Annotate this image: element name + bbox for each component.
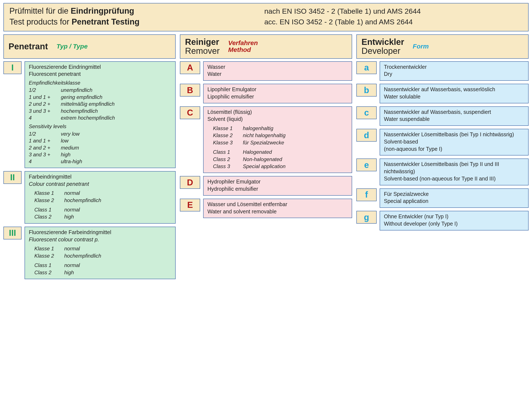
dev-e-content: Nassentwickler Lösemittelbasis (bei Typ … [380, 158, 529, 185]
rem-E-content: Wasser und Lösemittel entfernbar Water a… [203, 199, 352, 218]
remover-item-A: A Wasser Water [180, 61, 352, 81]
body-columns: I Fluoreszierende Eindringmittel Fluores… [3, 61, 529, 279]
penetrant-item-III: III Fluoreszierende Farbeindringmittel F… [3, 227, 176, 279]
sens-head-de: Empfindlichkeitsklasse [29, 79, 171, 86]
rem-A-content: Wasser Water [203, 61, 352, 81]
penetrant-item-I: I Fluoreszierende Eindringmittel Fluores… [3, 61, 176, 168]
code-g: g [356, 211, 377, 224]
developer-sub: Form [413, 43, 429, 50]
pen-II-en: Colour contrast penetrant [29, 181, 171, 188]
title-de-bold: Eindringprüfung [71, 7, 134, 15]
dev-a-content: Trockenentwickler Dry [380, 61, 529, 81]
title-banner: Prüfmittel für die Eindringprüfung Test … [3, 3, 529, 31]
code-B: B [180, 84, 200, 97]
dev-g-content: Ohne Entwickler (nur Typ I) Without deve… [380, 211, 529, 230]
rem-D-content: Hydrophiler Emulgator Hydrophilic emulsi… [203, 176, 352, 196]
code-III: III [3, 227, 22, 239]
remover-title-de: Reiniger [185, 37, 219, 46]
section-head-penetrant: Penetrant Typ / Type [3, 34, 176, 59]
code-C: C [180, 106, 200, 119]
title-de: Prüfmittel für die Eindringprüfung [9, 6, 256, 16]
penetrant-III-content: Fluoreszierende Farbeindringmittel Fluor… [25, 227, 176, 279]
code-A: A [180, 61, 200, 74]
title-en: Test products for Penetrant Testing [9, 16, 256, 27]
pen-I-de: Fluoreszierende Eindringmittel [29, 63, 171, 71]
rem-B-content: Lipophiler Emulgator Lipophilic emulsifi… [203, 84, 352, 103]
remover-sub-de: Verfahren [228, 39, 258, 46]
standards-en: acc. EN ISO 3452 - 2 (Table 1) and AMS 2… [264, 16, 523, 27]
remover-item-C: C Lösemittel (flüssig) Solvent (liquid) … [180, 106, 352, 173]
code-E: E [180, 199, 200, 211]
developer-item-d: d Nassentwickler Lösemittelbasis (bei Ty… [356, 129, 529, 156]
code-e: e [356, 158, 377, 171]
pen-III-en: Fluorescent colour contrast p. [29, 236, 171, 243]
dev-f-content: Für Spezialzwecke Special application [380, 188, 529, 208]
penetrant-I-content: Fluoreszierende Eindringmittel Fluoresce… [25, 61, 176, 168]
developer-item-f: f Für Spezialzwecke Special application [356, 188, 529, 208]
sens-head-en: Sensitivity levels [29, 123, 171, 130]
developer-item-e: e Nassentwickler Lösemittelbasis (bei Ty… [356, 158, 529, 185]
dev-b-content: Nassentwickler auf Wasserbasis, wasserlö… [380, 84, 529, 103]
code-d: d [356, 129, 377, 142]
developer-item-c: c Nassentwickler auf Wasserbasis, suspen… [356, 106, 529, 126]
remover-title: Reiniger Remover [185, 37, 220, 55]
rem-C-content: Lösemittel (flüssig) Solvent (liquid) Kl… [203, 106, 352, 173]
code-II: II [3, 171, 22, 184]
pen-III-de: Fluoreszierende Farbeindringmittel [29, 229, 171, 236]
developer-title: Entwickler Developer [361, 37, 404, 55]
code-I: I [3, 61, 22, 74]
penetrant-title: Penetrant [8, 42, 48, 51]
developer-item-b: b Nassentwickler auf Wasserbasis, wasser… [356, 84, 529, 103]
developer-item-a: a Trockenentwickler Dry [356, 61, 529, 81]
remover-item-B: B Lipophiler Emulgator Lipophilic emulsi… [180, 84, 352, 103]
penetrant-item-II: II Farbeindringmittel Colour contrast pe… [3, 171, 176, 224]
title-en-prefix: Test products for [9, 17, 71, 26]
developer-item-g: g Ohne Entwickler (nur Typ I) Without de… [356, 211, 529, 230]
developer-title-en: Developer [361, 46, 404, 55]
developer-column: a Trockenentwickler Dry b Nassentwickler… [356, 61, 529, 230]
remover-title-en: Remover [185, 46, 220, 55]
remover-sub-en: Method [228, 46, 258, 53]
pen-I-en: Fluorescent penetrant [29, 71, 171, 78]
section-head-remover: Reiniger Remover Verfahren Method [180, 34, 352, 59]
section-head-developer: Entwickler Developer Form [356, 34, 529, 59]
remover-sub: Verfahren Method [228, 39, 258, 53]
standards-de: nach EN ISO 3452 - 2 (Tabelle 1) und AMS… [264, 6, 523, 16]
title-en-bold: Penetrant Testing [71, 17, 139, 26]
code-a: a [356, 61, 377, 74]
penetrant-II-content: Farbeindringmittel Colour contrast penet… [25, 171, 176, 224]
section-headers: Penetrant Typ / Type Reiniger Remover Ve… [3, 34, 529, 59]
remover-column: A Wasser Water B Lipophiler Emulgator Li… [180, 61, 352, 218]
penetrant-column: I Fluoreszierende Eindringmittel Fluores… [3, 61, 176, 279]
dev-c-content: Nassentwickler auf Wasserbasis, suspendi… [380, 106, 529, 126]
code-f: f [356, 188, 377, 201]
sensitivity-en: Sensitivity levels 1/2very low 1 and 1 +… [29, 123, 171, 165]
code-c: c [356, 106, 377, 119]
penetrant-sub: Typ / Type [57, 43, 88, 50]
remover-item-E: E Wasser und Lösemittel entfernbar Water… [180, 199, 352, 218]
sensitivity-de: Empfindlichkeitsklasse 1/2unempfindlich … [29, 79, 171, 121]
code-b: b [356, 84, 377, 97]
title-de-prefix: Prüfmittel für die [9, 7, 71, 15]
dev-d-content: Nassentwickler Lösemittelbasis (bei Typ … [380, 129, 529, 156]
code-D: D [180, 176, 200, 189]
developer-title-de: Entwickler [361, 37, 404, 46]
remover-item-D: D Hydrophiler Emulgator Hydrophilic emul… [180, 176, 352, 196]
pen-II-de: Farbeindringmittel [29, 173, 171, 181]
